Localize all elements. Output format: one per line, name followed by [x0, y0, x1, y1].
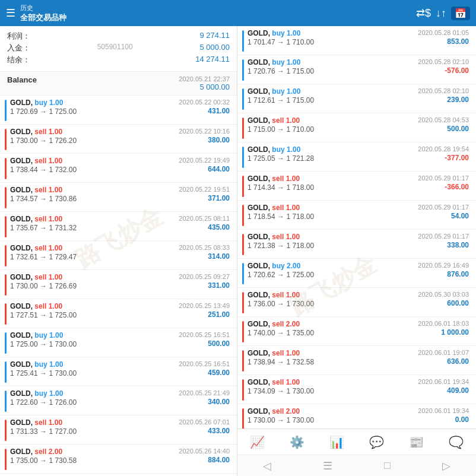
trade-indicator [5, 420, 7, 441]
trade-date: 2020.05.28 04:53 [418, 116, 469, 123]
balance-row-label: Balance [7, 75, 37, 91]
trade-info: GOLD, sell 1.00 1 730.00 → 1 726.20 [10, 128, 77, 145]
toolbar-news-icon[interactable]: 📰 [404, 433, 429, 452]
trade-item: GOLD, sell 2.00 1 729.07 → 1 725.00 2020… [0, 474, 237, 476]
deposit-value: 5 000.00 [199, 43, 230, 53]
trade-name: GOLD, sell 1.00 [10, 273, 77, 281]
trade-prices: 1 736.00 → 1 730.00 [247, 300, 314, 308]
trade-date: 2020.05.22 19:51 [179, 186, 230, 193]
toolbar-chart-icon[interactable]: 📈 [245, 433, 269, 452]
trade-item: GOLD, sell 1.00 1 730.00 → 1 726.69 2020… [0, 270, 237, 299]
trade-item-left: GOLD, buy 2.00 1 720.62 → 1 725.00 [242, 262, 314, 284]
nav-menu-icon[interactable]: ☰ [323, 459, 332, 472]
trade-prices: 1 734.57 → 1 730.86 [10, 195, 77, 203]
trade-prices: 1 725.00 → 1 730.00 [10, 340, 77, 348]
toolbar-settings-icon[interactable]: ⚙️ [285, 433, 309, 452]
trade-indicator [242, 147, 244, 168]
trade-item: GOLD, buy 1.00 1 725.05 → 1 721.28 2020.… [237, 142, 476, 172]
trade-indicator [242, 30, 244, 52]
header-history-label: 历史 [20, 4, 66, 12]
trade-name: GOLD, buy 1.00 [10, 360, 77, 369]
trade-item: GOLD, sell 1.00 1 738.94 → 1 732.58 2020… [237, 346, 476, 375]
trade-indicator [5, 100, 7, 121]
trade-info: GOLD, buy 1.00 1 722.60 → 1 726.00 [10, 389, 77, 407]
menu-icon[interactable]: ☰ [6, 7, 15, 20]
toolbar-message-icon[interactable]: 💬 [364, 433, 389, 452]
trade-date: 2020.05.22 19:49 [179, 157, 230, 164]
sort-icon[interactable]: ↓↑ [436, 7, 446, 20]
trade-item-left: GOLD, buy 1.00 1 722.60 → 1 726.00 [5, 389, 77, 412]
nav-forward-icon[interactable]: ▷ [442, 459, 450, 472]
trade-indicator [242, 292, 244, 313]
trade-info: GOLD, sell 1.00 1 721.38 → 1 718.00 [247, 233, 314, 250]
trade-indicator [242, 59, 244, 81]
profit-value: 9 274.11 [199, 31, 230, 42]
trade-name: GOLD, sell 1.00 [247, 174, 314, 183]
app-container: 路飞炒金 路飞炒金 ☰ 历史 全部交易品种 ⇄$ ↓↑ 📅 利润： 9 274.… [0, 0, 476, 476]
trade-right: 2020.05.25 08:11 435.00 [179, 215, 230, 231]
trade-info: GOLD, sell 1.00 1 738.44 → 1 732.00 [10, 157, 77, 174]
trade-name: GOLD, sell 1.00 [247, 349, 314, 357]
trade-info: GOLD, sell 1.00 1 735.67 → 1 731.32 [10, 215, 77, 232]
trade-info: GOLD, buy 2.00 1 720.62 → 1 725.00 [247, 262, 314, 279]
trade-indicator [5, 361, 7, 383]
trade-profit: 54.00 [418, 212, 469, 220]
calendar-icon[interactable]: 📅 [451, 7, 470, 20]
trade-right: 2020.06.01 19:34 409.00 [418, 378, 469, 395]
trade-info: GOLD, buy 1.00 1 725.05 → 1 721.28 [247, 145, 314, 163]
trade-profit: -366.00 [418, 183, 469, 191]
trade-indicator [5, 216, 7, 237]
nav-back-icon[interactable]: ◁ [263, 459, 271, 472]
right-trade-list[interactable]: GOLD, buy 1.00 1 701.47 → 1 710.00 2020.… [237, 26, 476, 429]
trade-indicator [5, 274, 7, 296]
trade-prices: 1 735.67 → 1 731.32 [10, 224, 77, 232]
trade-date: 2020.05.30 03:03 [418, 291, 469, 298]
trade-info: GOLD, sell 1.00 1 714.34 → 1 718.00 [247, 174, 314, 192]
header-icons: ⇄$ ↓↑ 📅 [416, 7, 470, 20]
trade-item: GOLD, sell 1.00 1 718.54 → 1 718.00 2020… [237, 201, 476, 230]
trade-indicator [5, 245, 7, 266]
trade-prices: 1 712.61 → 1 715.00 [247, 96, 314, 104]
wechat-hint: 505901100 [97, 43, 133, 53]
trade-indicator [242, 176, 244, 197]
trade-info: GOLD, buy 1.00 1 725.00 → 1 730.00 [10, 331, 77, 348]
trade-name: GOLD, buy 1.00 [10, 99, 77, 107]
trade-profit: 876.00 [418, 270, 469, 278]
trade-prices: 1 731.33 → 1 727.00 [10, 427, 77, 436]
trade-item: GOLD, sell 1.00 1 736.00 → 1 730.00 2020… [237, 288, 476, 317]
trade-info: GOLD, sell 1.00 1 718.54 → 1 718.00 [247, 204, 314, 221]
deposit-label: 入金： [7, 43, 30, 53]
trade-right: 2020.05.25 21:49 340.00 [179, 389, 230, 406]
trade-profit: -377.00 [418, 154, 469, 162]
trade-item: GOLD, buy 1.00 1 725.41 → 1 730.00 2020.… [0, 357, 237, 386]
trade-info: GOLD, sell 1.00 1 736.00 → 1 730.00 [247, 291, 314, 308]
trade-item: GOLD, buy 1.00 1 722.60 → 1 726.00 2020.… [0, 386, 237, 415]
left-panel: 利润： 9 274.11 入金： 505901100 5 000.00 结余： … [0, 26, 237, 476]
trade-date: 2020.05.25 13:49 [179, 302, 230, 309]
trade-profit: -576.00 [418, 66, 469, 75]
toolbar-chat-icon[interactable]: 🗨️ [444, 433, 468, 452]
toolbar-analytics-icon[interactable]: 📊 [325, 433, 349, 452]
trade-indicator [242, 88, 244, 110]
trade-right: 2020.05.25 13:49 251.00 [179, 302, 230, 319]
nav-home-icon[interactable]: □ [384, 459, 391, 472]
trade-name: GOLD, buy 1.00 [247, 29, 314, 37]
balance-summary-row: 结余： 14 274.11 [7, 55, 230, 65]
trade-profit: 431.00 [179, 107, 230, 115]
trade-name: GOLD, sell 1.00 [10, 128, 77, 136]
exchange-icon[interactable]: ⇄$ [416, 7, 431, 20]
trade-date: 2020.05.29 01:17 [418, 204, 469, 211]
trade-item-left: GOLD, sell 1.00 1 727.51 → 1 725.00 [5, 302, 77, 325]
trade-item: GOLD, sell 1.00 1 734.09 → 1 730.00 2020… [237, 375, 476, 404]
trade-indicator [242, 234, 244, 255]
left-trade-list[interactable]: Balance 2020.05.21 22:37 5 000.00 GOLD, … [0, 72, 237, 476]
trade-name: GOLD, sell 1.00 [247, 204, 314, 212]
trade-item-left: GOLD, sell 1.00 1 732.61 → 1 729.47 [5, 244, 77, 266]
trade-date: 2020.05.29 01:17 [418, 174, 469, 182]
trade-right: 2020.05.22 19:49 644.00 [179, 157, 230, 173]
trade-name: GOLD, buy 2.00 [247, 262, 314, 270]
trade-prices: 1 720.69 → 1 725.00 [10, 107, 77, 116]
trade-name: GOLD, sell 1.00 [247, 116, 314, 125]
trade-profit: 644.00 [179, 165, 230, 173]
trade-indicator [5, 187, 7, 208]
